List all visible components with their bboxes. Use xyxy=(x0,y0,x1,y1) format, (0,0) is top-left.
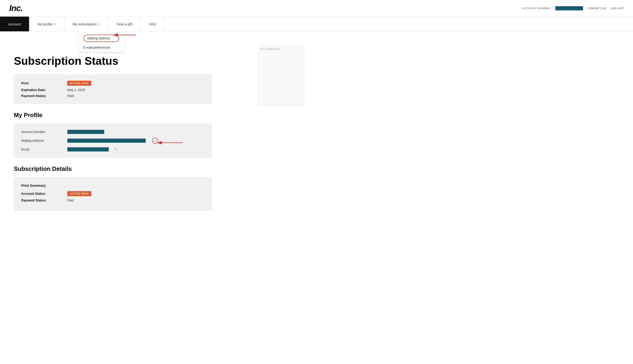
my-profile-card: Account Number Mailing Address xyxy=(14,123,212,158)
account-number-value xyxy=(555,6,583,10)
side-panel: Inc. Current Issue xyxy=(249,41,309,211)
page-title: Subscription Status xyxy=(14,55,249,67)
my-profile-dropdown: Mailing Address E-mail preferences xyxy=(78,31,124,52)
logo: Inc. xyxy=(9,4,22,13)
subscription-status-card: Print ACTIVE PAID Expiration Date: May 1… xyxy=(14,74,212,104)
details-payment-status-value: Paid xyxy=(67,198,74,202)
nav-item-my-subscription[interactable]: My subscription ▾ xyxy=(64,16,108,31)
chevron-down-icon: ▾ xyxy=(54,22,56,26)
edit-email-icon[interactable]: ✏️ xyxy=(114,148,118,151)
nav-give-a-gift-label: Give a gift xyxy=(117,22,132,26)
nav-item-my-profile[interactable]: My profile ▾ xyxy=(29,16,64,31)
top-right-nav: ACCOUNT NUMBER: CONTACT US LOG OUT xyxy=(522,6,624,10)
annotation-arrow xyxy=(111,30,138,40)
account-number-bar xyxy=(67,130,104,134)
top-bar: Inc. ACCOUNT NUMBER: CONTACT US LOG OUT xyxy=(0,0,633,16)
print-label: Print xyxy=(21,82,63,85)
subscription-details-card: Print Summary Account Status: ACTIVE PAI… xyxy=(14,177,212,211)
nav-item-faq[interactable]: FAQ xyxy=(141,16,164,31)
current-issue-image: Inc. Current Issue xyxy=(258,46,304,105)
nav-bar: Account My profile ▾ My subscription ▾ G… xyxy=(0,16,633,32)
payment-status-value: Paid xyxy=(67,94,74,98)
account-status-label: Account Status: xyxy=(21,192,63,196)
details-row-payment-status: Payment Status: Paid xyxy=(21,198,205,202)
dropdown-item-email-prefs[interactable]: E-mail preferences xyxy=(78,44,124,52)
current-issue-label: Inc. Current Issue xyxy=(260,48,280,50)
contact-us-link[interactable]: CONTACT US xyxy=(588,7,606,10)
nav-my-profile-label: My profile xyxy=(38,22,52,26)
nav-item-give-a-gift[interactable]: Give a gift xyxy=(108,16,141,31)
details-row-account-status: Account Status: ACTIVE PAID xyxy=(21,191,205,196)
details-payment-status-label: Payment Status: xyxy=(21,198,63,202)
profile-row-email: Email ✏️ xyxy=(21,147,205,152)
my-profile-section-title: My Profile xyxy=(14,112,249,119)
email-field-label: Email xyxy=(21,148,63,151)
email-bar xyxy=(67,147,109,152)
nav-item-account[interactable]: Account xyxy=(0,16,29,31)
annotation-arrow-2 xyxy=(155,138,185,147)
profile-row-account-number: Account Number xyxy=(21,130,205,134)
expiration-date-value: May 1, 2025 xyxy=(67,88,85,92)
log-out-link[interactable]: LOG OUT xyxy=(611,7,624,10)
chevron-down-icon-2: ▾ xyxy=(98,22,100,26)
nav-my-subscription-label: My subscription xyxy=(72,22,96,26)
expiration-date-label: Expiration Date: xyxy=(21,88,63,92)
nav-faq-label: FAQ xyxy=(149,22,156,26)
account-number-field-label: Account Number xyxy=(21,130,63,134)
profile-row-mailing-address: Mailing Address xyxy=(21,138,205,144)
main-content: Subscription Status Print ACTIVE PAID Ex… xyxy=(0,32,323,220)
print-summary-subtitle: Print Summary xyxy=(21,184,205,188)
account-number-label: ACCOUNT NUMBER: xyxy=(522,7,551,10)
payment-status-label: Payment Status: xyxy=(21,94,63,98)
subscription-details-section-title: Subscription Details xyxy=(14,165,249,172)
mailing-address-field-label: Mailing Address xyxy=(21,139,63,142)
active-paid-badge: ACTIVE PAID xyxy=(67,81,91,86)
details-active-paid-badge: ACTIVE PAID xyxy=(67,191,91,196)
nav-account-label: Account xyxy=(8,22,21,26)
mailing-address-bar xyxy=(67,138,146,143)
